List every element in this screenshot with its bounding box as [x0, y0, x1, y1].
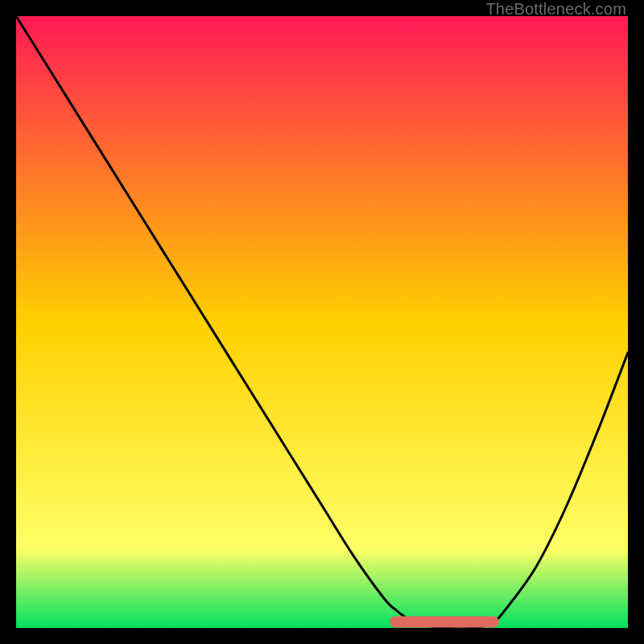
- chart-svg: [16, 16, 628, 628]
- outer-frame: TheBottleneck.com: [0, 0, 644, 644]
- gradient-background: [16, 16, 628, 628]
- chart-plot-area: [16, 16, 628, 628]
- attribution-text: TheBottleneck.com: [485, 0, 626, 19]
